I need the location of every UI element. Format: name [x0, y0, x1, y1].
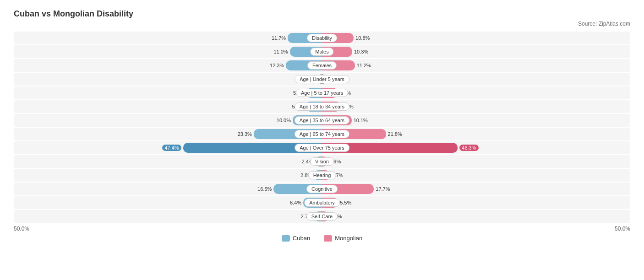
left-section: 47.4% — [14, 143, 322, 153]
row-center-label: Age | 5 to 17 years — [296, 89, 348, 97]
bar-row-wrapper: 1.2%1.1%Age | Under 5 years — [14, 73, 630, 86]
row-center-label: Females — [307, 61, 337, 70]
bar-row-wrapper: 5.3%5.3%Age | 5 to 17 years — [14, 86, 630, 99]
row-center-label: Age | 65 to 74 years — [295, 130, 349, 138]
cuban-value: 16.5% — [254, 186, 272, 192]
left-section: 2.7% — [14, 211, 322, 221]
row-center-label: Disability — [307, 34, 337, 42]
right-section: 10.1% — [322, 115, 630, 125]
left-section: 12.3% — [14, 60, 322, 70]
row-center-label: Ambulatory — [304, 199, 340, 207]
left-section: 16.5% — [14, 184, 322, 194]
right-section: 1.1% — [322, 74, 630, 84]
mongolian-value: 5.5% — [340, 200, 357, 205]
right-section: 17.7% — [322, 184, 630, 194]
row-center-label: Age | 18 to 34 years — [295, 102, 349, 111]
cuban-value: 6.4% — [284, 200, 301, 205]
left-section: 5.7% — [14, 102, 322, 112]
bar-row-wrapper: 11.0%10.3%Males — [14, 45, 630, 58]
right-section: 1.9% — [322, 156, 630, 167]
bar-row-wrapper: 16.5%17.7%Cognitive — [14, 183, 630, 195]
mongolian-value: 10.8% — [355, 35, 373, 41]
axis-right: 50.0% — [615, 226, 630, 232]
legend-mongolian-box — [324, 235, 332, 242]
cuban-value: 23.3% — [235, 131, 252, 137]
chart-title: Cuban vs Mongolian Disability — [14, 9, 630, 19]
left-section: 2.8% — [14, 170, 322, 180]
row-center-label: Males — [310, 48, 333, 56]
mongolian-value: 11.2% — [357, 63, 374, 68]
right-section: 2.3% — [322, 211, 630, 221]
row-center-label: Age | Under 5 years — [295, 75, 349, 83]
right-section: 6.2% — [322, 102, 630, 112]
row-center-label: Age | Over 75 years — [295, 144, 349, 152]
mongolian-value: 46.3% — [459, 145, 478, 151]
cuban-value: 10.0% — [273, 118, 291, 123]
row-center-label: Vision — [310, 157, 334, 166]
legend-cuban: Cuban — [282, 235, 310, 242]
right-section: 11.2% — [322, 60, 630, 70]
bar-row-wrapper: 47.4%46.3%Age | Over 75 years — [14, 141, 630, 154]
bar-row-wrapper: 5.7%6.2%Age | 18 to 34 years — [14, 100, 630, 113]
right-section: 5.5% — [322, 198, 630, 208]
legend-mongolian: Mongolian — [324, 235, 362, 242]
cuban-value: 11.0% — [271, 49, 288, 54]
bar-row-wrapper: 2.8%2.7%Hearing — [14, 169, 630, 182]
bar-row-wrapper: 2.7%2.3%Self-Care — [14, 210, 630, 223]
mongolian-value: 10.3% — [354, 49, 371, 54]
bar-row-wrapper: 11.7%10.8%Disability — [14, 32, 630, 44]
axis-left: 50.0% — [14, 226, 29, 232]
cuban-value: 47.4% — [162, 145, 181, 151]
left-section: 2.4% — [14, 156, 322, 167]
row-center-label: Self-Care — [306, 212, 338, 221]
mongolian-value: 10.1% — [354, 118, 371, 123]
left-section: 6.4% — [14, 198, 322, 208]
source-label: Source: ZipAtlas.com — [14, 21, 630, 27]
right-section: 2.7% — [322, 170, 630, 180]
axis-row: 50.0% 50.0% — [14, 226, 630, 232]
right-section: 10.3% — [322, 47, 630, 57]
cuban-value: 11.7% — [268, 35, 286, 41]
left-section: 11.7% — [14, 33, 322, 43]
row-center-label: Age | 35 to 64 years — [295, 116, 349, 124]
bar-row-wrapper: 10.0%10.1%Age | 35 to 64 years — [14, 114, 630, 127]
left-section: 5.3% — [14, 88, 322, 98]
row-center-label: Hearing — [308, 171, 336, 179]
bar-row-wrapper: 12.3%11.2%Females — [14, 59, 630, 72]
bar-row-wrapper: 23.3%21.8%Age | 65 to 74 years — [14, 128, 630, 140]
bar-row-wrapper: 2.4%1.9%Vision — [14, 155, 630, 168]
right-section: 46.3% — [322, 143, 630, 153]
row-center-label: Cognitive — [306, 185, 338, 193]
right-section: 5.3% — [322, 88, 630, 98]
left-section: 11.0% — [14, 47, 322, 57]
mongolian-value: 17.7% — [376, 186, 393, 192]
legend: Cuban Mongolian — [14, 235, 630, 242]
right-section: 10.8% — [322, 33, 630, 43]
cuban-value: 12.3% — [267, 63, 284, 68]
legend-mongolian-label: Mongolian — [335, 235, 362, 242]
left-section: 23.3% — [14, 129, 322, 139]
chart-area: 11.7%10.8%Disability11.0%10.3%Males12.3%… — [14, 32, 630, 223]
legend-cuban-label: Cuban — [293, 235, 310, 242]
left-section: 10.0% — [14, 115, 322, 125]
right-section: 21.8% — [322, 129, 630, 139]
left-section: 1.2% — [14, 74, 322, 84]
legend-cuban-box — [282, 235, 290, 242]
mongolian-value: 21.8% — [388, 131, 405, 137]
bar-row-wrapper: 6.4%5.5%Ambulatory — [14, 196, 630, 209]
